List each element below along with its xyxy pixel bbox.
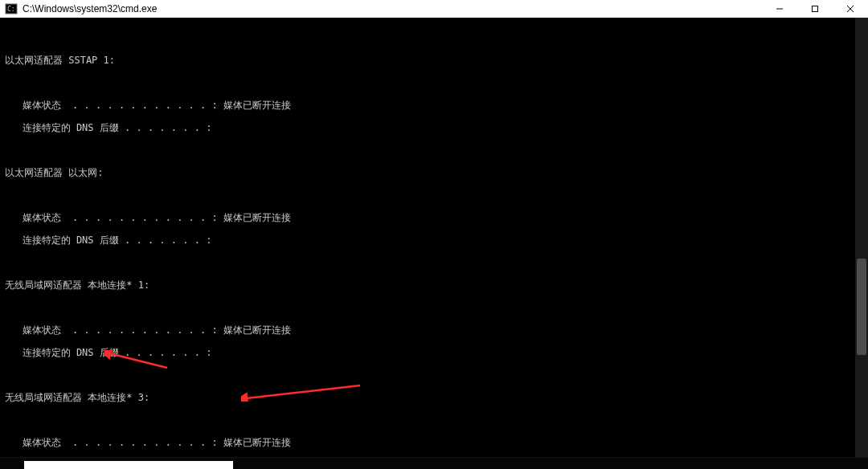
adapter-header-local1: 无线局域网适配器 本地连接* 1: xyxy=(5,279,863,291)
taskbar[interactable] xyxy=(0,457,868,469)
media-state: 媒体状态 . . . . . . . . . . . . : 媒体已断开连接 xyxy=(5,324,863,336)
scroll-thumb[interactable] xyxy=(857,259,866,355)
adapter-header-sstap1: 以太网适配器 SSTAP 1: xyxy=(5,55,863,66)
maximize-button[interactable] xyxy=(797,0,833,18)
adapter-header-local3: 无线局域网适配器 本地连接* 3: xyxy=(5,392,863,403)
minimize-button[interactable] xyxy=(762,0,797,18)
dns-suffix: 连接特定的 DNS 后缀 . . . . . . . : xyxy=(5,122,863,133)
terminal-output[interactable]: 以太网适配器 SSTAP 1: 媒体状态 . . . . . . . . . .… xyxy=(0,18,868,457)
svg-rect-4 xyxy=(813,6,818,12)
taskbar-search[interactable] xyxy=(24,461,233,469)
cmd-icon: C: xyxy=(5,2,18,15)
dns-suffix: 连接特定的 DNS 后缀 . . . . . . . : xyxy=(5,234,863,246)
media-state: 媒体状态 . . . . . . . . . . . . : 媒体已断开连接 xyxy=(5,437,863,448)
media-state: 媒体状态 . . . . . . . . . . . . : 媒体已断开连接 xyxy=(5,212,863,223)
cmd-window: C: C:\Windows\system32\cmd.exe 以太网适配器 SS… xyxy=(0,0,868,469)
media-state: 媒体状态 . . . . . . . . . . . . : 媒体已断开连接 xyxy=(5,100,863,111)
svg-text:C:: C: xyxy=(7,6,15,13)
dns-suffix: 连接特定的 DNS 后缀 . . . . . . . : xyxy=(5,347,863,358)
titlebar[interactable]: C: C:\Windows\system32\cmd.exe xyxy=(0,0,868,18)
window-title: C:\Windows\system32\cmd.exe xyxy=(23,3,157,14)
vertical-scrollbar[interactable] xyxy=(855,18,868,458)
close-button[interactable] xyxy=(833,0,868,18)
adapter-header-ethernet: 以太网适配器 以太网: xyxy=(5,167,863,178)
